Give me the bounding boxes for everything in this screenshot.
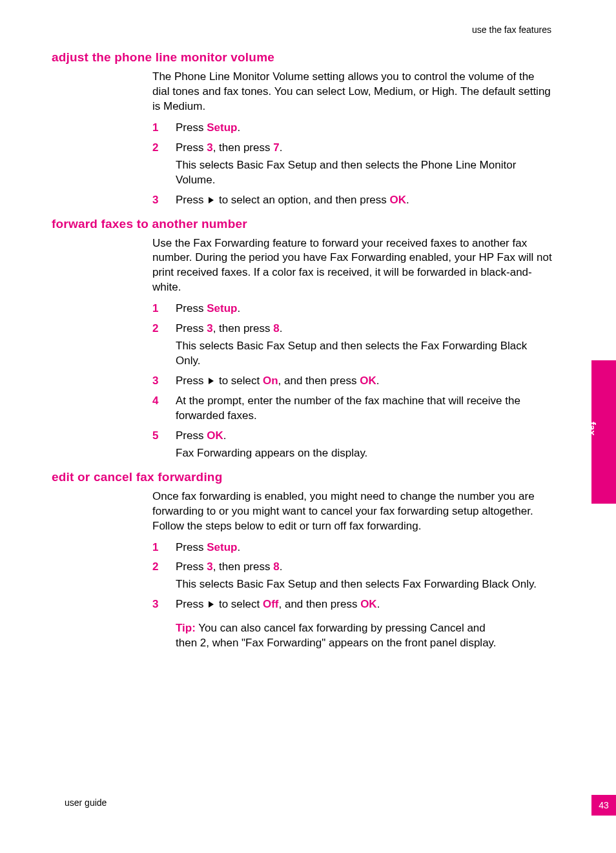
step-number: 3 bbox=[152, 597, 158, 612]
step-text: Press Setup. bbox=[176, 302, 240, 314]
step: 2 Press 3, then press 8. This selects Ba… bbox=[152, 322, 554, 369]
running-header: use the fax features bbox=[472, 25, 551, 35]
step: 4 At the prompt, enter the number of the… bbox=[152, 394, 554, 424]
step: 1 Press Setup. bbox=[152, 540, 554, 555]
step-sub: This selects Basic Fax Setup and then se… bbox=[176, 339, 554, 369]
step: 1 Press Setup. bbox=[152, 302, 554, 316]
step: 3 Press to select an option, and then pr… bbox=[152, 193, 554, 208]
step-text: At the prompt, enter the number of the f… bbox=[176, 395, 520, 422]
step-number: 2 bbox=[152, 322, 158, 336]
step-text: Press to select On, and then press OK. bbox=[176, 375, 379, 387]
step: 5 Press OK. Fax Forwarding appears on th… bbox=[152, 429, 554, 461]
step: 2 Press 3, then press 8. This selects Ba… bbox=[152, 560, 554, 592]
step-text: Press to select Off, and then press OK. bbox=[176, 598, 380, 610]
tip-label: Tip: bbox=[176, 622, 196, 634]
page-number: 43 bbox=[591, 795, 616, 816]
step: 2 Press 3, then press 7. This selects Ba… bbox=[152, 141, 554, 188]
step-number: 2 bbox=[152, 141, 158, 156]
section-3-steps: 1 Press Setup. 2 Press 3, then press 8. … bbox=[152, 540, 554, 613]
step-number: 1 bbox=[152, 302, 158, 316]
section-heading-1: adjust the phone line monitor volume bbox=[52, 50, 554, 65]
step-text: Press Setup. bbox=[176, 541, 240, 553]
step-sub: This selects Basic Fax Setup and then se… bbox=[176, 158, 554, 188]
tip-block: Tip: You can also cancel fax forwarding … bbox=[176, 621, 505, 651]
step-sub: Fax Forwarding appears on the display. bbox=[176, 446, 554, 461]
right-arrow-icon bbox=[209, 197, 214, 203]
section-1-intro: The Phone Line Monitor Volume setting al… bbox=[152, 70, 554, 114]
section-tab-label: fax bbox=[587, 422, 598, 436]
right-arrow-icon bbox=[209, 601, 214, 608]
step-number: 1 bbox=[152, 121, 158, 136]
step-text: Press 3, then press 7. bbox=[176, 141, 282, 154]
step-number: 3 bbox=[152, 193, 158, 208]
section-2-intro: Use the Fax Forwarding feature to forwar… bbox=[152, 236, 554, 296]
step-text: Press 3, then press 8. bbox=[176, 560, 282, 573]
step-number: 4 bbox=[152, 394, 158, 409]
step-text: Press Setup. bbox=[176, 121, 240, 134]
tip-text: You can also cancel fax forwarding by pr… bbox=[176, 622, 497, 649]
page-content: adjust the phone line monitor volume The… bbox=[102, 44, 554, 651]
section-heading-2: forward faxes to another number bbox=[52, 217, 554, 231]
step-number: 3 bbox=[152, 374, 158, 389]
section-heading-3: edit or cancel fax forwarding bbox=[52, 470, 554, 484]
footer-left: user guide bbox=[65, 797, 107, 808]
section-2-steps: 1 Press Setup. 2 Press 3, then press 8. … bbox=[152, 302, 554, 460]
section-1-steps: 1 Press Setup. 2 Press 3, then press 7. … bbox=[152, 121, 554, 208]
step: 3 Press to select On, and then press OK. bbox=[152, 374, 554, 389]
step-text: Press 3, then press 8. bbox=[176, 322, 282, 334]
step-number: 2 bbox=[152, 560, 158, 575]
section-3-intro: Once fax forwarding is enabled, you migh… bbox=[152, 489, 554, 534]
right-arrow-icon bbox=[209, 378, 214, 384]
step-sub: This selects Basic Fax Setup and then se… bbox=[176, 577, 554, 592]
step: 3 Press to select Off, and then press OK… bbox=[152, 597, 554, 612]
section-tab: fax bbox=[591, 360, 616, 504]
step-number: 1 bbox=[152, 540, 158, 555]
step: 1 Press Setup. bbox=[152, 121, 554, 136]
step-text: Press OK. bbox=[176, 429, 226, 442]
step-number: 5 bbox=[152, 429, 158, 444]
step-text: Press to select an option, and then pres… bbox=[176, 194, 409, 206]
